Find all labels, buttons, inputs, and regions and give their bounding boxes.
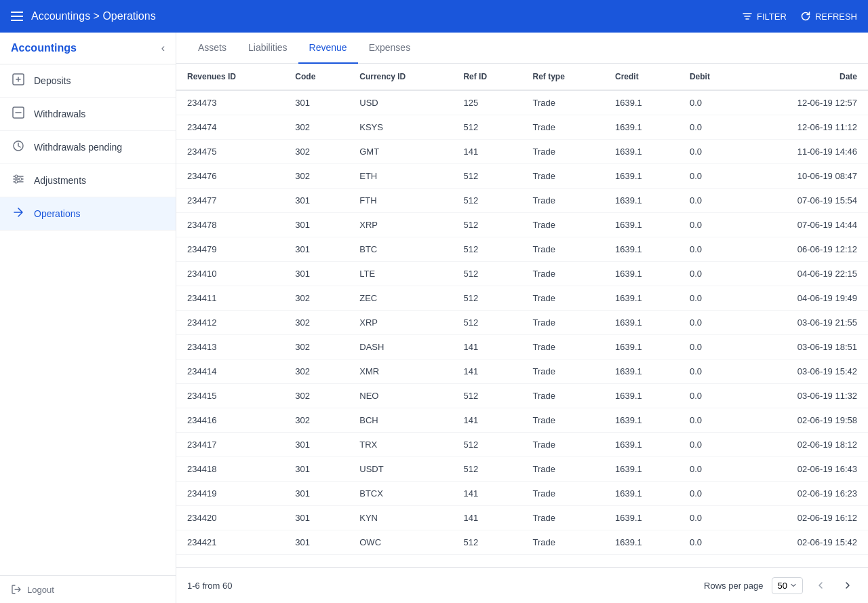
cell-credit: 1639.1 <box>604 189 679 213</box>
tab-revenue[interactable]: Revenue <box>298 33 358 64</box>
cell-ref_id: 141 <box>452 140 521 164</box>
cell-debit: 0.0 <box>679 506 743 530</box>
cell-credit: 1639.1 <box>604 213 679 237</box>
cell-ref_id: 141 <box>452 408 521 433</box>
cell-currency_id: BTCX <box>349 482 452 506</box>
cell-ref_id: 512 <box>452 530 521 555</box>
cell-debit: 0.0 <box>679 335 743 359</box>
cell-ref_type: Trade <box>522 311 605 335</box>
cell-date: 02-06-19 16:12 <box>743 506 868 530</box>
refresh-icon <box>800 11 811 22</box>
cell-date: 04-06-19 19:49 <box>743 286 868 311</box>
rows-per-page-select[interactable]: 50 <box>772 577 803 594</box>
cell-currency_id: NEO <box>349 384 452 408</box>
cell-debit: 0.0 <box>679 115 743 140</box>
cell-code: 301 <box>284 213 349 237</box>
cell-ref_type: Trade <box>522 408 605 433</box>
cell-date: 03-06-19 18:51 <box>743 335 868 359</box>
top-nav: Accountings > Operations FILTER REFRESH <box>0 0 868 33</box>
tab-liabilities[interactable]: Liabilities <box>237 33 298 64</box>
cell-credit: 1639.1 <box>604 359 679 384</box>
sidebar-item-withdrawals-pending[interactable]: Withdrawals pending <box>0 131 176 164</box>
deposits-icon <box>11 73 26 89</box>
sidebar-item-deposits-label: Deposits <box>34 75 71 86</box>
logout-label: Logout <box>27 585 54 595</box>
cell-ref_type: Trade <box>522 262 605 286</box>
filter-icon <box>742 11 753 22</box>
cell-ref_id: 512 <box>452 213 521 237</box>
sidebar-footer: Logout <box>0 575 176 603</box>
cell-ref_type: Trade <box>522 213 605 237</box>
cell-credit: 1639.1 <box>604 530 679 555</box>
cell-revenues_id: 234412 <box>176 311 284 335</box>
cell-currency_id: LTE <box>349 262 452 286</box>
cell-credit: 1639.1 <box>604 237 679 262</box>
cell-currency_id: GMT <box>349 140 452 164</box>
cell-ref_type: Trade <box>522 237 605 262</box>
cell-debit: 0.0 <box>679 90 743 115</box>
cell-credit: 1639.1 <box>604 115 679 140</box>
table-row: 234417301TRX512Trade1639.10.002-06-19 18… <box>176 433 868 457</box>
tab-assets[interactable]: Assets <box>187 33 237 64</box>
cell-date: 02-06-19 18:12 <box>743 433 868 457</box>
hamburger-menu[interactable] <box>11 12 23 21</box>
cell-revenues_id: 234475 <box>176 140 284 164</box>
cell-debit: 0.0 <box>679 408 743 433</box>
col-header-date: Date <box>743 64 868 90</box>
cell-ref_id: 512 <box>452 262 521 286</box>
cell-code: 302 <box>284 335 349 359</box>
sidebar-item-adjustments[interactable]: Adjustments <box>0 164 176 197</box>
cell-currency_id: XMR <box>349 359 452 384</box>
cell-date: 03-06-19 11:32 <box>743 384 868 408</box>
cell-currency_id: USDT <box>349 457 452 482</box>
cell-debit: 0.0 <box>679 286 743 311</box>
cell-debit: 0.0 <box>679 482 743 506</box>
pagination-prev-button[interactable] <box>811 576 830 595</box>
cell-revenues_id: 234416 <box>176 408 284 433</box>
revenues-table: Revenues ID Code Currency ID Ref ID Ref … <box>176 64 868 555</box>
cell-credit: 1639.1 <box>604 335 679 359</box>
svg-point-3 <box>15 175 18 178</box>
cell-ref_type: Trade <box>522 482 605 506</box>
cell-currency_id: ETH <box>349 164 452 189</box>
sidebar-item-operations[interactable]: Operations <box>0 197 176 231</box>
tab-expenses[interactable]: Expenses <box>358 33 421 64</box>
cell-credit: 1639.1 <box>604 90 679 115</box>
table-row: 234410301LTE512Trade1639.10.004-06-19 22… <box>176 262 868 286</box>
sidebar-header: Accountings ‹ <box>0 33 176 64</box>
sidebar-item-deposits[interactable]: Deposits <box>0 64 176 98</box>
cell-date: 02-06-19 15:42 <box>743 530 868 555</box>
cell-date: 11-06-19 14:46 <box>743 140 868 164</box>
refresh-button[interactable]: REFRESH <box>800 11 857 22</box>
cell-credit: 1639.1 <box>604 482 679 506</box>
cell-revenues_id: 234415 <box>176 384 284 408</box>
table-row: 234420301KYN141Trade1639.10.002-06-19 16… <box>176 506 868 530</box>
cell-revenues_id: 234418 <box>176 457 284 482</box>
cell-ref_id: 141 <box>452 482 521 506</box>
sidebar-title: Accountings <box>11 42 77 54</box>
cell-ref_id: 512 <box>452 433 521 457</box>
cell-currency_id: DASH <box>349 335 452 359</box>
operations-icon <box>11 206 26 222</box>
cell-credit: 1639.1 <box>604 408 679 433</box>
main-layout: Accountings ‹ Deposits <box>0 33 868 603</box>
cell-revenues_id: 234413 <box>176 335 284 359</box>
table-row: 234415302NEO512Trade1639.10.003-06-19 11… <box>176 384 868 408</box>
logout-button[interactable]: Logout <box>11 584 54 595</box>
filter-button[interactable]: FILTER <box>742 11 787 22</box>
cell-ref_type: Trade <box>522 115 605 140</box>
sidebar-collapse-button[interactable]: ‹ <box>161 42 165 54</box>
cell-code: 302 <box>284 140 349 164</box>
cell-revenues_id: 234417 <box>176 433 284 457</box>
cell-debit: 0.0 <box>679 384 743 408</box>
cell-revenues_id: 234473 <box>176 90 284 115</box>
cell-credit: 1639.1 <box>604 140 679 164</box>
table-row: 234416302BCH141Trade1639.10.002-06-19 19… <box>176 408 868 433</box>
content-area: Assets Liabilities Revenue Expenses Reve… <box>176 33 868 603</box>
pagination-next-button[interactable] <box>838 576 857 595</box>
pagination-right: Rows per page 50 <box>704 576 857 595</box>
sidebar-item-withdrawals[interactable]: Withdrawals <box>0 98 176 131</box>
cell-code: 302 <box>284 359 349 384</box>
col-header-revenues-id: Revenues ID <box>176 64 284 90</box>
table-row: 234412302XRP512Trade1639.10.003-06-19 21… <box>176 311 868 335</box>
